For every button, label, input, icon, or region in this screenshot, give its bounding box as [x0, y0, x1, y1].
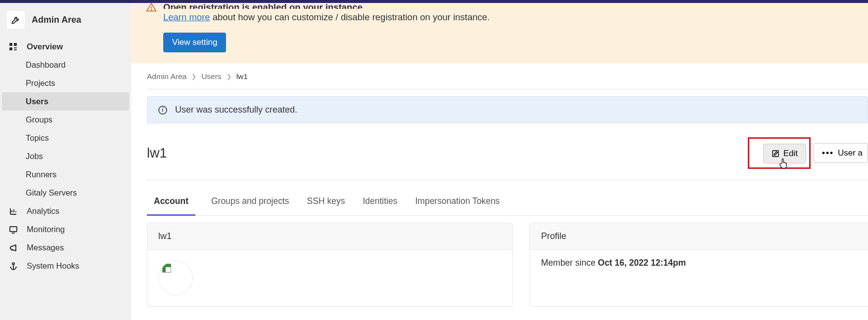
- tabs: Account Groups and projects SSH keys Ide…: [147, 191, 868, 216]
- sidebar-item-dashboard[interactable]: Dashboard: [2, 56, 129, 74]
- sidebar-item-users[interactable]: Users: [2, 92, 129, 111]
- sidebar-item-groups[interactable]: Groups: [2, 111, 129, 129]
- overview-icon: [9, 43, 18, 51]
- success-flash: i User was successfully created.: [147, 96, 868, 123]
- sidebar-item-label: Projects: [26, 79, 55, 87]
- tab-impersonation-tokens[interactable]: Impersonation Tokens: [413, 191, 502, 215]
- analytics-icon: [9, 207, 18, 215]
- ellipsis-icon: •••: [822, 148, 834, 158]
- tab-label: Account: [154, 196, 188, 206]
- view-setting-button[interactable]: View setting: [163, 33, 226, 52]
- member-since-label: Member since: [541, 258, 598, 268]
- warning-icon: [146, 2, 157, 13]
- sidebar-item-gitaly[interactable]: Gitaly Servers: [2, 184, 129, 202]
- sidebar-item-runners[interactable]: Runners: [2, 165, 129, 184]
- chevron-right-icon: ❯: [191, 73, 196, 80]
- page-title: lw1: [147, 146, 748, 161]
- tab-groups-projects[interactable]: Groups and projects: [209, 191, 291, 215]
- anchor-icon: [9, 262, 18, 270]
- svg-rect-3: [14, 47, 17, 48]
- monitoring-icon: [9, 226, 18, 234]
- flash-message: User was successfully created.: [175, 105, 297, 115]
- sidebar-item-label: Jobs: [26, 152, 43, 160]
- sidebar-item-label: Gitaly Servers: [26, 188, 77, 197]
- member-since-row: Member since Oct 16, 2022 12:14pm: [530, 250, 868, 276]
- profile-card-header: Profile: [530, 223, 868, 250]
- main-content: Open registration is enabled on your ins…: [131, 3, 868, 320]
- sidebar-item-label: Monitoring: [27, 225, 65, 234]
- learn-more-link[interactable]: Learn more: [163, 12, 210, 22]
- breadcrumb-admin[interactable]: Admin Area: [147, 72, 186, 81]
- svg-rect-4: [14, 49, 17, 50]
- svg-point-7: [151, 10, 151, 10]
- alert-heading: Open registration is enabled on your ins…: [163, 3, 868, 9]
- tab-label: SSH keys: [307, 196, 345, 206]
- user-card: lw1: [147, 223, 513, 307]
- pencil-icon: [772, 150, 779, 158]
- svg-rect-0: [9, 43, 12, 46]
- tab-label: Groups and projects: [211, 196, 289, 206]
- sidebar-item-label: Dashboard: [26, 60, 66, 69]
- sidebar-item-system-hooks[interactable]: System Hooks: [2, 257, 129, 275]
- avatar: [158, 261, 193, 295]
- svg-point-6: [12, 263, 14, 265]
- sidebar-item-messages[interactable]: Messages: [2, 239, 129, 257]
- alert-body-text: about how you can customize / disable re…: [210, 12, 490, 22]
- sidebar-item-jobs[interactable]: Jobs: [2, 147, 129, 165]
- member-since-value: Oct 16, 2022 12:14pm: [598, 258, 686, 268]
- sidebar-item-label: System Hooks: [27, 261, 79, 271]
- chevron-right-icon: ❯: [227, 73, 231, 80]
- alert-body: Learn more about how you can customize /…: [163, 12, 868, 23]
- sidebar-item-label: Topics: [26, 133, 49, 142]
- user-actions-button[interactable]: ••• User a: [814, 143, 868, 163]
- sidebar-item-topics[interactable]: Topics: [2, 129, 129, 147]
- tab-identities[interactable]: Identities: [361, 191, 399, 215]
- sidebar-item-label: Overview: [27, 42, 63, 51]
- sidebar: Admin Area Overview Dashboard Projects U…: [0, 3, 131, 320]
- svg-rect-8: [773, 151, 778, 157]
- sidebar-item-label: Groups: [26, 115, 52, 124]
- sidebar-item-label: Runners: [26, 170, 56, 179]
- tab-label: Identities: [363, 196, 397, 206]
- sidebar-item-monitoring[interactable]: Monitoring: [2, 220, 129, 239]
- broken-image-icon: [163, 264, 172, 273]
- sidebar-item-label: Analytics: [27, 206, 59, 216]
- registration-alert: Open registration is enabled on your ins…: [131, 3, 868, 63]
- profile-card: Profile Member since Oct 16, 2022 12:14p…: [530, 223, 868, 307]
- sidebar-header[interactable]: Admin Area: [2, 7, 129, 38]
- sidebar-item-overview[interactable]: Overview: [2, 38, 129, 56]
- tab-account[interactable]: Account: [147, 191, 195, 216]
- user-card-header: lw1: [147, 223, 512, 250]
- wrench-icon: [7, 11, 25, 29]
- sidebar-item-label: Users: [26, 97, 48, 106]
- edit-button[interactable]: Edit: [763, 144, 806, 163]
- tab-label: Impersonation Tokens: [415, 196, 500, 206]
- sidebar-title: Admin Area: [32, 15, 81, 25]
- user-actions-label: User a: [838, 148, 863, 158]
- svg-rect-1: [14, 43, 17, 46]
- edit-label: Edit: [783, 149, 798, 159]
- breadcrumb: Admin Area ❯ Users ❯ lw1: [147, 72, 868, 89]
- breadcrumb-current: lw1: [236, 72, 248, 81]
- breadcrumb-users[interactable]: Users: [201, 72, 221, 81]
- svg-rect-5: [10, 227, 17, 232]
- info-icon: i: [158, 106, 167, 115]
- tab-ssh-keys[interactable]: SSH keys: [305, 191, 347, 215]
- svg-rect-2: [9, 47, 12, 50]
- megaphone-icon: [9, 244, 18, 252]
- sidebar-item-label: Messages: [27, 243, 64, 252]
- sidebar-item-analytics[interactable]: Analytics: [2, 202, 129, 220]
- sidebar-item-projects[interactable]: Projects: [2, 74, 129, 92]
- edit-highlight-box: Edit: [748, 137, 811, 169]
